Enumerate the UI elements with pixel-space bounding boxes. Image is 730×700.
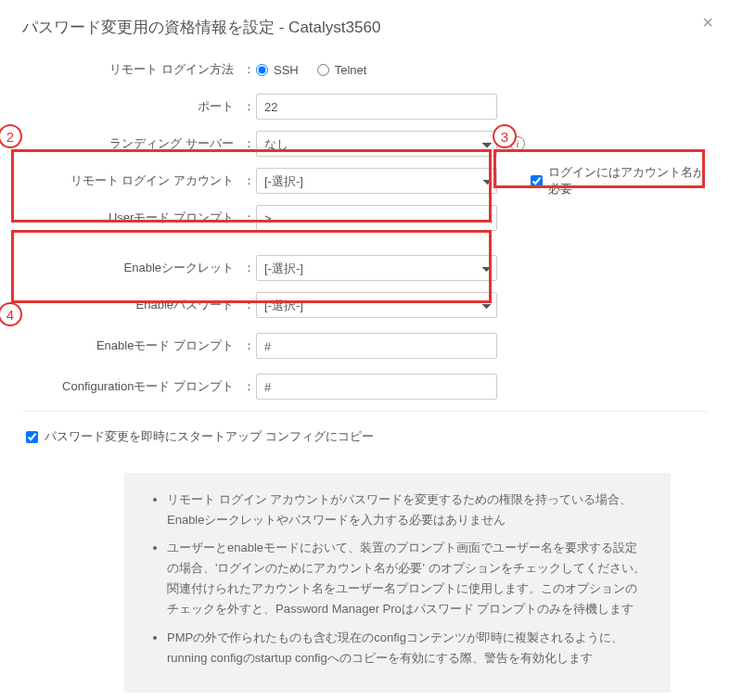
label-enable-secret: Enableシークレット [22, 260, 241, 276]
radio-ssh[interactable]: SSH [256, 63, 299, 77]
radio-telnet[interactable]: Telnet [317, 63, 367, 77]
label-port: ポート [22, 98, 241, 115]
login-requires-account-label: ログインにはアカウント名が必要 [548, 164, 708, 197]
port-input[interactable] [256, 94, 497, 120]
label-user-mode-prompt: Userモード プロンプト [22, 210, 241, 226]
info-box: リモート ログイン アカウントがパスワードを変更するための権限を持っている場合、… [124, 473, 671, 693]
enable-mode-prompt-input[interactable] [256, 333, 497, 359]
enable-password-select[interactable]: [-選択-] [256, 292, 497, 318]
remote-login-account-select[interactable]: [-選択-] [256, 168, 497, 194]
radio-telnet-input[interactable] [317, 64, 329, 76]
info-note-1: リモート ログイン アカウントがパスワードを変更するための権限を持っている場合、… [167, 490, 648, 530]
close-icon[interactable]: × [702, 13, 713, 32]
user-mode-prompt-input[interactable] [256, 205, 497, 231]
radio-ssh-input[interactable] [256, 64, 268, 76]
annotation-circle-2: 2 [0, 124, 22, 148]
copy-startup-checkbox[interactable] [26, 431, 38, 443]
landing-server-select[interactable]: なし [256, 131, 497, 157]
dialog-title: パスワード変更用の資格情報を設定 - Catalyst3560 [22, 17, 708, 38]
label-remote-login-account: リモート ログイン アカウント [22, 172, 241, 189]
enable-secret-select[interactable]: [-選択-] [256, 255, 497, 281]
copy-startup-label: パスワード変更を即時にスタートアップ コンフィグにコピー [45, 428, 374, 445]
info-icon[interactable]: i [510, 136, 525, 151]
divider [22, 411, 708, 412]
label-remote-login-method: リモート ログイン方法 [22, 61, 241, 78]
label-enable-password: Enableパスワード [22, 297, 241, 313]
label-landing-server: ランディング サーバー [22, 135, 241, 152]
login-requires-account-checkbox[interactable] [531, 175, 543, 187]
info-note-2: ユーザーとenableモードにおいて、装置のプロンプト画面でユーザー名を要求する… [167, 538, 648, 619]
label-config-mode-prompt: Configurationモード プロンプト [22, 378, 241, 395]
label-enable-mode-prompt: Enableモード プロンプト [22, 337, 241, 354]
info-note-3: PMPの外で作られたものも含む現在のconfigコンテンツが即時に複製されるよう… [167, 628, 648, 668]
annotation-circle-4: 4 [0, 302, 22, 326]
config-mode-prompt-input[interactable] [256, 374, 497, 400]
